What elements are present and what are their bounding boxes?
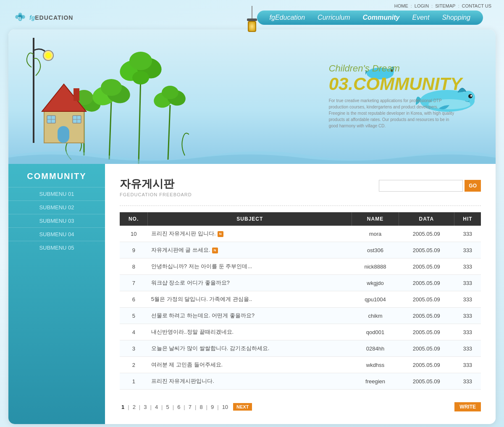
sidebar-menu: SUBMENU 01 SUBMENU 02 SUBMENU 03 SUBMENU…	[8, 187, 105, 254]
board-footer: 1 | 2 | 3 | 4 | 5 | 6 | 7 | 8 | 9	[120, 398, 481, 411]
cell-subject[interactable]: 프리진 자유게시판 입니다.N	[148, 226, 352, 242]
cell-hit: 333	[454, 258, 481, 275]
cell-no: 7	[120, 275, 148, 291]
sidebar-item-submenu04[interactable]: SUBMENU 04	[8, 227, 105, 241]
cell-date: 2005.05.09	[399, 291, 454, 308]
col-hit: HIT	[454, 212, 481, 226]
table-row: 7워크샵 장소로 어디가 좋을까요?wkgjdo2005.05.09333	[120, 275, 481, 291]
top-nav-home[interactable]: HOME	[394, 3, 408, 8]
board-content: 자유게시판 FGEDUCATION FREEBOARD GO NO. SUBJE…	[105, 164, 496, 424]
svg-point-21	[132, 71, 149, 84]
cell-name: qpu1004	[352, 291, 399, 308]
cell-date: 2005.05.09	[399, 242, 454, 258]
cell-subject[interactable]: 여러분 제 고민좀 들어주세요.	[148, 357, 352, 373]
table-row: 10프리진 자유게시판 입니다.Nmora2005.05.09333	[120, 226, 481, 242]
cell-subject[interactable]: 오늘은 날씨가 많이 쌀쌀합니다. 감기조심하세요.	[148, 340, 352, 357]
cell-hit: 333	[454, 226, 481, 242]
svg-point-16	[101, 79, 122, 96]
page-2[interactable]: 2	[131, 403, 137, 411]
table-row: 3오늘은 날씨가 많이 쌀쌀합니다. 감기조심하세요.0284hh2005.05…	[120, 340, 481, 357]
banner-title-big: 03.COMMUNITY	[329, 74, 462, 94]
content-wrapper: Children's Dream 03.COMMUNITY For true c…	[8, 29, 496, 424]
nav-shopping[interactable]: Shopping	[442, 14, 470, 21]
svg-point-8	[45, 53, 51, 58]
page-5[interactable]: 5	[165, 403, 171, 411]
nav-community[interactable]: Community	[362, 14, 399, 21]
sidebar-item-submenu05[interactable]: SUBMENU 05	[8, 241, 105, 254]
table-row: 65월은 가정의 달입니다. 가족에게 관심을..qpu10042005.05.…	[120, 291, 481, 308]
svg-point-43	[470, 95, 472, 97]
site-header: fg fgEDUCATION fgEducation Curriculum Co…	[0, 10, 504, 29]
page-8[interactable]: 8	[198, 403, 204, 411]
cell-subject[interactable]: 안녕하십니까? 저는 아이를 둔 주부인데...	[148, 258, 352, 275]
lantern-decoration	[247, 6, 257, 32]
main-body: COMMUNITY SUBMENU 01 SUBMENU 02 SUBMENU …	[8, 164, 496, 424]
sidebar-item-submenu03[interactable]: SUBMENU 03	[8, 214, 105, 227]
new-icon: N	[212, 248, 218, 253]
cell-no: 8	[120, 258, 148, 275]
col-no: NO.	[120, 212, 148, 226]
board-subtitle: FGEDUCATION FREEBOARD	[120, 192, 192, 197]
top-nav-sitemap[interactable]: SITEMAP	[435, 3, 455, 8]
cell-subject[interactable]: 5월은 가정의 달입니다. 가족에게 관심을..	[148, 291, 352, 308]
logo: fg fgEDUCATION	[13, 10, 73, 25]
top-nav-contact[interactable]: CONTACT US	[462, 3, 492, 8]
cell-date: 2005.05.09	[399, 340, 454, 357]
page-6[interactable]: 6	[176, 403, 182, 411]
cell-no: 5	[120, 308, 148, 324]
sidebar-item-submenu02[interactable]: SUBMENU 02	[8, 200, 105, 214]
cell-no: 6	[120, 291, 148, 308]
cell-hit: 333	[454, 291, 481, 308]
write-button[interactable]: WRITE	[454, 402, 481, 411]
svg-rect-36	[74, 88, 79, 101]
col-date: DATA	[399, 212, 454, 226]
new-icon: N	[218, 231, 223, 237]
sidebar-title: COMMUNITY	[8, 164, 105, 187]
cell-no: 1	[120, 373, 148, 390]
cell-date: 2005.05.09	[399, 226, 454, 242]
pagination: 1 | 2 | 3 | 4 | 5 | 6 | 7 | 8 | 9	[120, 403, 252, 411]
cell-subject[interactable]: 내신반영이라..정말 끝때리겠네요.	[148, 324, 352, 340]
nav-curriculum[interactable]: Curriculum	[318, 14, 350, 21]
page-1[interactable]: 1	[120, 403, 126, 411]
cell-no: 2	[120, 357, 148, 373]
nav-fgeducation[interactable]: fgEducation	[270, 14, 305, 21]
page-7[interactable]: 7	[187, 403, 193, 411]
sidebar-item-submenu01[interactable]: SUBMENU 01	[8, 187, 105, 200]
cell-subject[interactable]: 자유게시판에 글 쓰세요.N	[148, 242, 352, 258]
cell-no: 9	[120, 242, 148, 258]
page-3[interactable]: 3	[142, 403, 148, 411]
cell-no: 4	[120, 324, 148, 340]
svg-text:fg: fg	[18, 16, 21, 20]
cell-subject[interactable]: 워크샵 장소로 어디가 좋을까요?	[148, 275, 352, 291]
cell-subject[interactable]: 선물로 하려고 하는데요. 어떤게 좋을까요?	[148, 308, 352, 324]
cell-subject[interactable]: 프리진 자유게시판입니다.	[148, 373, 352, 390]
cell-name: ost306	[352, 242, 399, 258]
cell-no: 3	[120, 340, 148, 357]
wave-decoration	[8, 143, 496, 164]
nav-event[interactable]: Event	[412, 14, 429, 21]
cell-hit: 333	[454, 357, 481, 373]
next-button[interactable]: NEXT	[233, 403, 252, 411]
main-navigation: fgEducation Curriculum Community Event S…	[257, 11, 483, 25]
cell-name: nick8888	[352, 258, 399, 275]
table-row: 5선물로 하려고 하는데요. 어떤게 좋을까요?chikm2005.05.093…	[120, 308, 481, 324]
page-4[interactable]: 4	[153, 403, 160, 411]
cell-name: freegien	[352, 373, 399, 390]
page-10[interactable]: 10	[220, 403, 230, 411]
cell-name: wkgjdo	[352, 275, 399, 291]
top-nav-login[interactable]: LOGIN	[415, 3, 429, 8]
site-footer: 회사소개 : 회사소개 : 서비스약관 : 개인정보보호정책 : 고객센터 CO…	[0, 424, 504, 427]
search-input[interactable]	[379, 180, 463, 192]
table-row: 1프리진 자유게시판입니다.freegien2005.05.09333	[120, 373, 481, 390]
search-button[interactable]: GO	[465, 180, 481, 192]
cell-date: 2005.05.09	[399, 373, 454, 390]
board-title: 자유게시판	[120, 177, 192, 191]
cell-date: 2005.05.09	[399, 357, 454, 373]
cell-name: 0284hh	[352, 340, 399, 357]
cell-hit: 333	[454, 308, 481, 324]
svg-rect-29	[58, 126, 69, 143]
table-header: NO. SUBJECT NAME DATA HIT	[120, 212, 481, 226]
page-9[interactable]: 9	[209, 403, 215, 411]
cell-hit: 333	[454, 324, 481, 340]
